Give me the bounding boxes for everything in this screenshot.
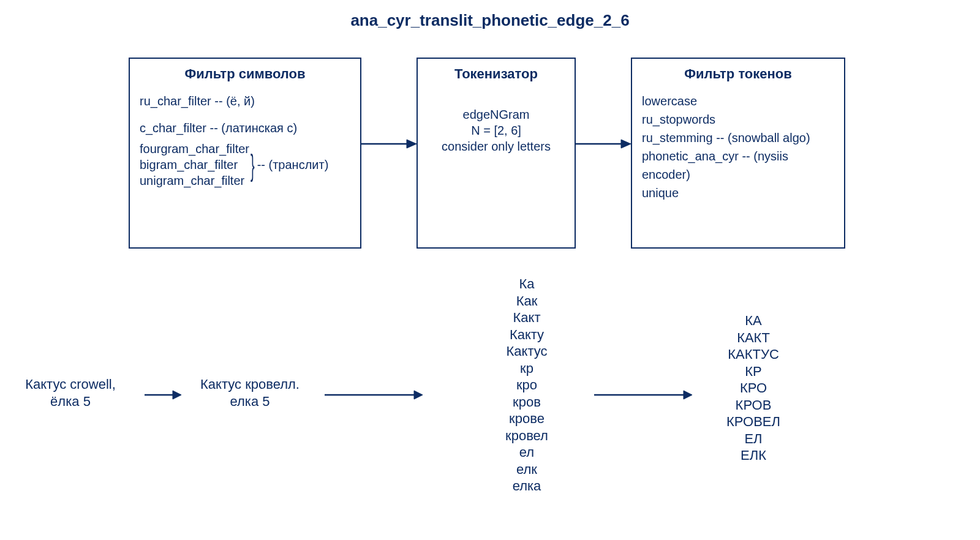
char-filter-group-item: bigram_char_filter xyxy=(140,157,249,173)
char-filter-group-item: unigram_char_filter xyxy=(140,173,249,189)
token-filter-line: ru_stopwords xyxy=(642,110,834,129)
svg-marker-7 xyxy=(414,391,423,399)
token-filter-line: lowercase xyxy=(642,92,834,110)
token: КАКТ xyxy=(692,329,815,347)
arrow-icon xyxy=(576,135,631,153)
token: Какт xyxy=(466,309,588,326)
brace-icon: } xyxy=(251,105,255,225)
char-filter-group-item: fourgram_char_filter xyxy=(140,141,249,157)
svg-marker-3 xyxy=(621,140,631,148)
example-after-token-filter: КА КАКТ КАКТУС КР КРО КРОВ КРОВЕЛ ЕЛ ЕЛК xyxy=(692,312,815,464)
arrow-icon xyxy=(361,135,417,153)
svg-marker-5 xyxy=(173,391,181,399)
token: Как xyxy=(466,293,588,310)
token: кро xyxy=(466,377,588,394)
box-tokenizer: Токенизатор edgeNGram N = [2, 6] conside… xyxy=(417,58,576,249)
arrow-icon xyxy=(325,388,423,402)
tokenizer-line: consider only letters xyxy=(428,138,565,154)
token: КРОВЕЛ xyxy=(692,413,815,430)
box-token-filter-title: Фильтр токенов xyxy=(642,66,834,82)
token: КРО xyxy=(692,380,815,397)
box-tokenizer-title: Токенизатор xyxy=(428,66,565,82)
token-filter-line: unique xyxy=(642,184,834,202)
tokenizer-line: edgeNGram xyxy=(428,107,565,122)
token: кр xyxy=(466,360,588,377)
example-after-tokenizer: Ка Как Какт Какту Кактус кр кро кров кро… xyxy=(466,276,588,495)
token-filter-line: ru_stemming -- (snowball algo) xyxy=(642,129,834,147)
arrow-icon xyxy=(145,388,181,402)
box-char-filter-title: Фильтр символов xyxy=(140,66,350,82)
arrow-icon xyxy=(594,388,692,402)
svg-marker-1 xyxy=(407,140,417,148)
token: Какту xyxy=(466,326,588,343)
svg-marker-9 xyxy=(684,391,692,399)
token: ел xyxy=(466,444,588,461)
tokenizer-line: N = [2, 6] xyxy=(428,122,565,138)
token: Ка xyxy=(466,276,588,293)
token: КР xyxy=(692,363,815,380)
token: елк xyxy=(466,461,588,478)
char-filter-line: c_char_filter -- (латинская c) xyxy=(140,119,350,137)
token: кров xyxy=(466,394,588,411)
example-input: Кактус crowell, ёлка 5 xyxy=(6,376,135,410)
token: елка xyxy=(466,478,588,495)
token: КА xyxy=(692,312,815,329)
token: ЕЛК xyxy=(692,447,815,464)
token-filter-line: phonetic_ana_cyr -- (nysiis encoder) xyxy=(642,147,834,184)
token: КРОВ xyxy=(692,397,815,414)
diagram-title: ana_cyr_translit_phonetic_edge_2_6 xyxy=(0,11,980,30)
token: кровел xyxy=(466,427,588,444)
char-filter-group-label: -- (транслит) xyxy=(257,156,329,174)
token: крове xyxy=(466,410,588,427)
char-filter-line: ru_char_filter -- (ё, й) xyxy=(140,92,350,110)
box-char-filter: Фильтр символов ru_char_filter -- (ё, й)… xyxy=(129,58,361,249)
example-after-char-filter: Кактус кровелл. елка 5 xyxy=(183,376,317,410)
box-token-filter: Фильтр токенов lowercase ru_stopwords ru… xyxy=(631,58,845,249)
token: КАКТУС xyxy=(692,346,815,363)
token: ЕЛ xyxy=(692,430,815,448)
token: Кактус xyxy=(466,343,588,360)
